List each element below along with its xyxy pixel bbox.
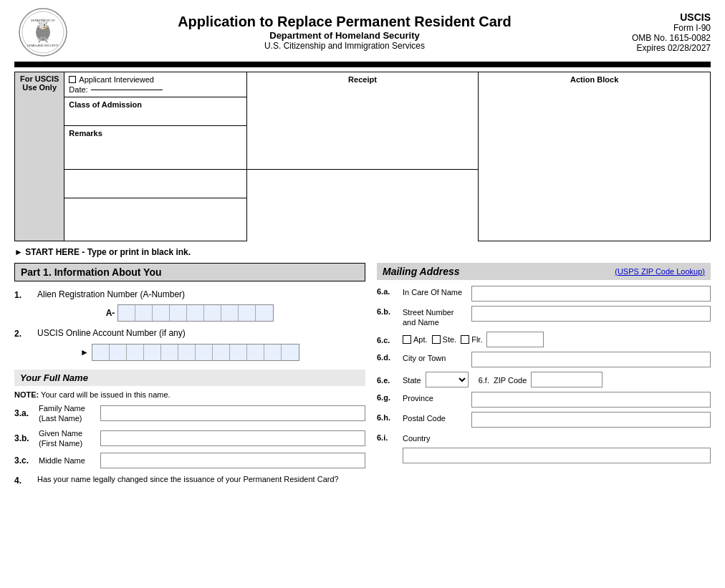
mailing-header: Mailing Address (USPS ZIP Code Lookup) [377,263,711,280]
acct-seg-12 [282,344,299,360]
applicant-interviewed-checkbox[interactable] [69,76,76,83]
start-here-label: ► START HERE - Type or print in black in… [14,247,711,257]
field1-label: Alien Registration Number (A-Number) [37,289,365,301]
field6c-input[interactable] [486,332,544,347]
acct-seg-2 [110,344,127,360]
field6b-label: Street Numberand Name [403,307,467,328]
acct-seg-8 [213,344,230,360]
a-number-input[interactable] [117,304,274,322]
field6c-num: 6.c. [377,336,398,344]
field6g-input[interactable] [471,392,711,408]
field6i-num: 6.i. [377,433,398,442]
sub-title2: U.S. Citizenship and Immigration Service… [72,41,618,51]
receipt-label: Receipt [348,75,377,84]
field3c-input[interactable] [100,453,365,468]
field6i-input[interactable] [403,448,711,463]
field6a-input[interactable] [471,286,711,302]
svg-point-9 [39,22,47,29]
acct-seg-11 [264,344,282,360]
full-name-section: Your Full Name [14,370,365,386]
form-id: Form I-90 [618,23,711,33]
main-content: Part 1. Information About You 1. Alien R… [14,263,711,486]
field3a-row: 3.a. Family Name(Last Name) [14,403,365,424]
field6h-input[interactable] [471,412,711,428]
acct-seg-6 [178,344,196,360]
usps-link[interactable]: (USPS ZIP Code Lookup) [615,267,705,276]
admin-table: For USCIS Use Only Applicant Interviewed [14,72,711,241]
header: DEPARTMENT OF HOMELAND SECURITY Applicat… [14,7,711,57]
field3b-input[interactable] [100,430,365,446]
separator-bar [14,62,711,67]
part1-header: Part 1. Information About You [14,263,365,281]
field6i-label: Country [403,433,467,443]
field6e-label: State [403,376,421,385]
field3c-num: 3.c. [14,456,34,466]
field6g-label: Province [403,393,467,403]
expires-date: Expires 02/28/2027 [618,43,711,53]
field6g-row: 6.g. Province [377,392,711,408]
header-center: Application to Replace Permanent Residen… [72,14,618,51]
field3c-label: Middle Name [39,456,96,466]
field4-text: Has your name legally changed since the … [37,474,339,486]
svg-point-10 [44,24,45,26]
remarks-label: Remarks [69,129,102,138]
account-number-row: ► [14,344,365,361]
field6d-input[interactable] [471,352,711,367]
acct-seg-5 [161,344,178,360]
field1-num: 1. [14,290,34,300]
field6b-row: 6.b. Street Numberand Name [377,306,711,328]
date-row: Date: [69,85,241,94]
acct-seg-10 [247,344,264,360]
flr-item: Flr. [461,335,482,344]
field1-row: 1. Alien Registration Number (A-Number) [14,289,365,301]
field6a-row: 6.a. In Care Of Name [377,286,711,302]
field2-container: 2. USCIS Online Account Number (if any) … [14,327,365,361]
flr-checkbox[interactable] [461,335,469,344]
apt-item: Apt. [403,335,428,344]
mailing-title: Mailing Address [383,266,460,277]
acct-seg-3 [127,344,144,360]
date-label: Date: [69,85,87,94]
apt-label: Apt. [413,335,428,344]
ste-checkbox[interactable] [432,335,441,344]
apt-checkbox[interactable] [403,335,411,344]
field6f-label: ZIP Code [494,376,527,385]
a-seg-8 [239,305,256,321]
omb-number: OMB No. 1615-0082 [618,33,711,43]
svg-text:DEPARTMENT OF: DEPARTMENT OF [31,19,55,22]
field6f-num: 6.f. [479,376,489,385]
account-number-input[interactable] [92,344,299,361]
field3a-input[interactable] [100,405,365,421]
acct-seg-1 [92,344,110,360]
field2-label: USCIS Online Account Number (if any) [37,327,365,339]
svg-text:HOMELAND SECURITY: HOMELAND SECURITY [27,44,59,47]
field6d-label: City or Town [403,353,467,363]
field6g-num: 6.g. [377,393,398,402]
a-seg-9 [256,305,273,321]
field6h-num: 6.h. [377,413,398,422]
date-underline [91,90,163,90]
a-seg-2 [135,305,153,321]
field3a-label: Family Name(Last Name) [39,403,96,424]
field6b-num: 6.b. [377,307,398,316]
a-number-row: A- [14,304,365,322]
field6c-row: 6.c. Apt. Ste. Flr. [377,332,711,347]
field6d-num: 6.d. [377,353,398,362]
uscis-title: USCIS [618,11,711,23]
sub-title: Department of Homeland Security [72,30,618,41]
field6i-input-row [403,448,711,463]
a-seg-3 [153,305,170,321]
note-content: Your card will be issued in this name. [41,390,171,399]
a-seg-4 [170,305,187,321]
header-right: USCIS Form I-90 OMB No. 1615-0082 Expire… [618,11,711,53]
a-seg-6 [204,305,221,321]
a-seg-7 [221,305,239,321]
ste-label: Ste. [443,335,457,344]
state-select[interactable]: AL AK AZ CA CO FL GA HI IL NY TX [426,372,469,387]
field6f-input[interactable] [531,372,602,387]
field3b-num: 3.b. [14,433,34,443]
note-text: NOTE: Your card will be issued in this n… [14,390,365,399]
state-select-wrapper: AL AK AZ CA CO FL GA HI IL NY TX [426,372,469,387]
field6i-row: 6.i. Country [377,432,711,443]
field6b-input[interactable] [471,306,711,322]
